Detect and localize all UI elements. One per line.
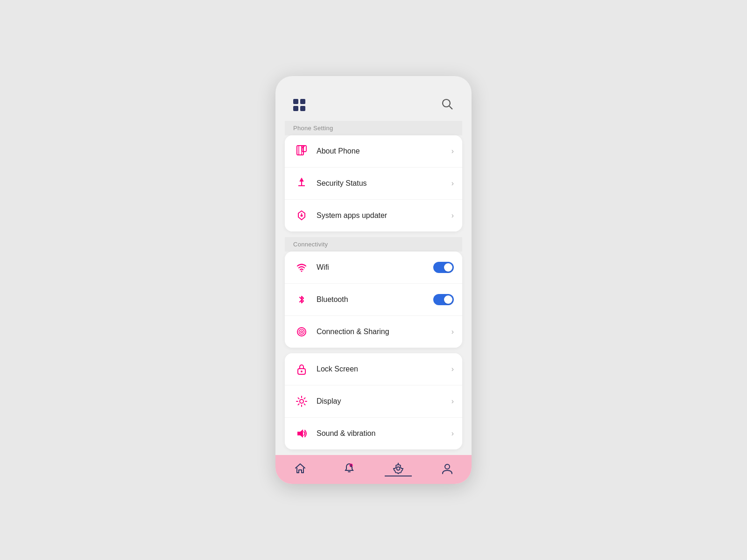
display-label: Display (317, 397, 451, 406)
svg-point-8 (301, 215, 303, 217)
connection-sharing-item[interactable]: Connection & Sharing › (285, 316, 462, 348)
top-bar (285, 93, 462, 121)
phone-frame: Phone Setting About Phone › (275, 76, 472, 484)
sound-vibration-item[interactable]: Sound & vibration › (285, 418, 462, 449)
section-connectivity: Connectivity Wifi (285, 237, 462, 348)
connection-sharing-label: Connection & Sharing (317, 328, 451, 336)
nav-settings[interactable] (385, 461, 412, 476)
svg-rect-3 (299, 146, 302, 155)
phone-setting-card: About Phone › Security Status › (285, 135, 462, 231)
system-apps-updater-item[interactable]: System apps updater › (285, 200, 462, 231)
display-arrow: › (451, 397, 454, 406)
svg-line-1 (450, 106, 453, 110)
nav-home[interactable] (287, 461, 314, 476)
about-phone-icon (293, 143, 310, 160)
system-apps-label: System apps updater (317, 211, 451, 220)
section-label-connectivity: Connectivity (285, 237, 462, 252)
section-phone-setting: Phone Setting About Phone › (285, 121, 462, 231)
nav-profile[interactable] (434, 461, 461, 476)
svg-point-11 (297, 328, 306, 336)
about-phone-arrow: › (451, 147, 454, 155)
connection-sharing-icon (293, 323, 310, 340)
lock-screen-item[interactable]: Lock Screen › (285, 353, 462, 385)
svg-point-29 (396, 467, 400, 470)
svg-point-13 (301, 331, 303, 333)
security-status-arrow: › (451, 179, 454, 188)
search-button[interactable] (441, 98, 454, 112)
display-icon (293, 393, 310, 410)
security-status-icon (293, 175, 310, 192)
section-label-phone-setting: Phone Setting (285, 121, 462, 135)
svg-point-30 (445, 464, 450, 469)
system-apps-icon (293, 207, 310, 224)
svg-point-12 (299, 329, 304, 335)
about-phone-item[interactable]: About Phone › (285, 135, 462, 168)
lock-screen-icon (293, 361, 310, 378)
wifi-item[interactable]: Wifi (285, 252, 462, 284)
connection-sharing-arrow: › (451, 328, 454, 336)
bottom-nav: ! (275, 455, 472, 484)
nav-notifications[interactable]: ! (336, 461, 363, 476)
svg-line-22 (304, 404, 305, 405)
svg-point-15 (301, 371, 303, 372)
sound-icon (293, 425, 310, 442)
svg-point-10 (301, 271, 303, 272)
about-phone-label: About Phone (317, 147, 451, 155)
lock-screen-arrow: › (451, 365, 454, 373)
bluetooth-item[interactable]: Bluetooth (285, 284, 462, 316)
svg-rect-2 (297, 146, 303, 155)
svg-line-23 (304, 398, 305, 399)
sound-vibration-label: Sound & vibration (317, 429, 451, 438)
svg-point-0 (443, 99, 450, 107)
connectivity-card: Wifi Bluetooth (285, 252, 462, 348)
bluetooth-label: Bluetooth (317, 295, 433, 304)
svg-line-21 (298, 398, 299, 399)
bluetooth-toggle[interactable] (433, 294, 454, 305)
lock-screen-label: Lock Screen (317, 365, 451, 373)
wifi-icon (293, 259, 310, 276)
svg-point-16 (300, 399, 303, 403)
security-status-label: Security Status (317, 179, 451, 188)
svg-line-24 (298, 404, 299, 405)
grid-menu-icon[interactable] (293, 99, 305, 111)
personalisation-card: Lock Screen › (285, 353, 462, 449)
display-item[interactable]: Display › (285, 385, 462, 418)
bluetooth-icon (293, 291, 310, 308)
section-personalisation: Lock Screen › (285, 353, 462, 449)
security-status-item[interactable]: Security Status › (285, 168, 462, 200)
system-apps-arrow: › (451, 211, 454, 220)
wifi-label: Wifi (317, 263, 433, 272)
wifi-toggle[interactable] (433, 262, 454, 273)
svg-line-4 (303, 146, 304, 148)
svg-marker-25 (297, 429, 303, 438)
sound-vibration-arrow: › (451, 429, 454, 438)
svg-text:!: ! (351, 464, 351, 467)
